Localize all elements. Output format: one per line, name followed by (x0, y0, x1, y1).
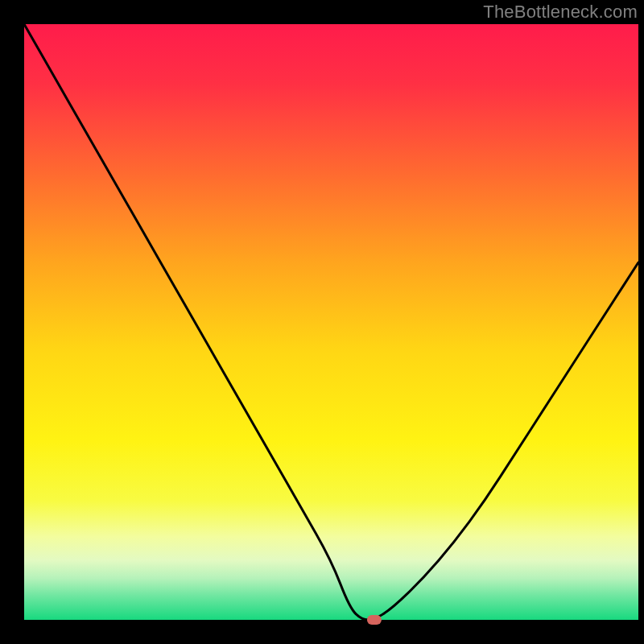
bottleneck-chart (0, 0, 644, 644)
optimum-marker (367, 615, 382, 625)
watermark-text: TheBottleneck.com (483, 2, 638, 23)
gradient-background (24, 24, 638, 620)
chart-frame: TheBottleneck.com (0, 0, 644, 644)
